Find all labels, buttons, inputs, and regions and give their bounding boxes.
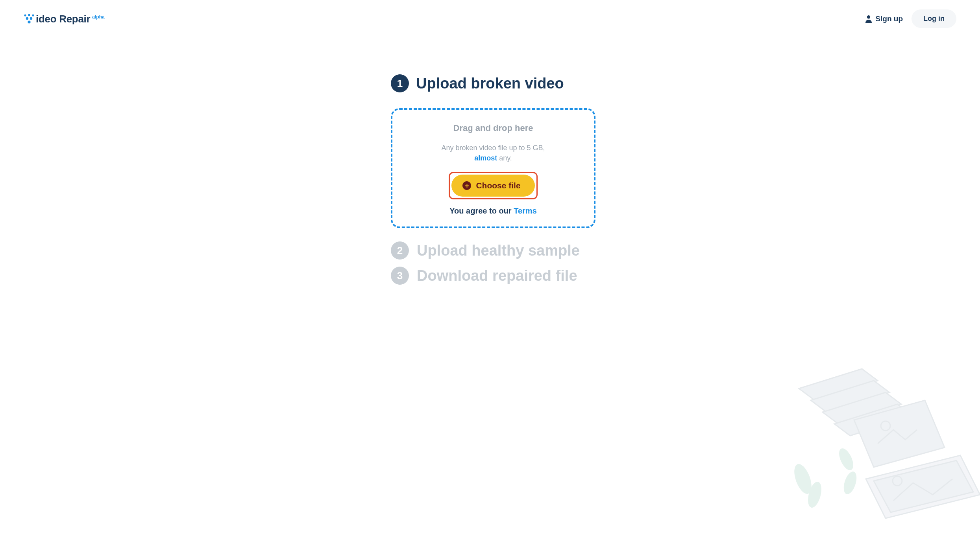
svg-point-18 bbox=[791, 462, 815, 496]
dropzone-sub-suffix: any. bbox=[497, 154, 512, 162]
choose-file-label: Choose file bbox=[476, 181, 520, 190]
svg-point-2 bbox=[32, 14, 34, 16]
svg-rect-8 bbox=[465, 185, 469, 186]
header: ideo Repair alpha Sign up Log in bbox=[0, 0, 980, 28]
login-button[interactable]: Log in bbox=[912, 9, 956, 28]
svg-point-19 bbox=[806, 480, 824, 509]
svg-point-1 bbox=[28, 14, 30, 16]
step3-badge: 3 bbox=[391, 267, 409, 285]
svg-point-0 bbox=[24, 14, 26, 16]
choose-file-button[interactable]: Choose file bbox=[451, 175, 534, 197]
svg-marker-13 bbox=[854, 400, 945, 467]
svg-marker-11 bbox=[823, 392, 901, 424]
agree-line: You agree to our Terms bbox=[403, 206, 583, 215]
svg-marker-12 bbox=[834, 404, 913, 436]
svg-marker-9 bbox=[799, 369, 878, 400]
logo-text: ideo Repair bbox=[36, 13, 90, 25]
svg-marker-16 bbox=[874, 460, 973, 512]
svg-point-21 bbox=[841, 470, 859, 496]
plus-icon bbox=[462, 181, 471, 190]
decorative-illustration bbox=[775, 361, 980, 534]
upload-dropzone[interactable]: Drag and drop here Any broken video file… bbox=[391, 108, 595, 228]
step1-title: Upload broken video bbox=[416, 75, 564, 92]
step1-heading: 1 Upload broken video bbox=[391, 74, 595, 92]
step3-heading: 3 Download repaired file bbox=[391, 267, 595, 285]
step3-title: Download repaired file bbox=[417, 267, 577, 284]
svg-marker-10 bbox=[811, 381, 889, 412]
step2-heading: 2 Upload healthy sample bbox=[391, 241, 595, 260]
step2-badge: 2 bbox=[391, 241, 409, 260]
dropzone-subtitle: Any broken video file up to 5 GB, almost… bbox=[403, 143, 583, 163]
logo-alpha-badge: alpha bbox=[92, 14, 104, 20]
logo[interactable]: ideo Repair alpha bbox=[24, 12, 105, 25]
header-actions: Sign up Log in bbox=[865, 9, 956, 28]
agree-prefix: You agree to our bbox=[449, 206, 514, 215]
svg-point-17 bbox=[893, 476, 902, 486]
svg-point-3 bbox=[26, 17, 28, 20]
svg-marker-15 bbox=[866, 455, 980, 518]
dropzone-sub-prefix: Any broken video file up to 5 GB, bbox=[441, 144, 545, 152]
svg-point-20 bbox=[836, 446, 856, 472]
choose-file-highlight: Choose file bbox=[449, 172, 537, 199]
step1-badge: 1 bbox=[391, 74, 409, 92]
signup-label: Sign up bbox=[875, 15, 903, 23]
svg-point-6 bbox=[867, 15, 870, 18]
dropzone-title: Drag and drop here bbox=[403, 123, 583, 133]
terms-link[interactable]: Terms bbox=[514, 206, 537, 215]
svg-point-14 bbox=[881, 421, 890, 431]
logo-dots-icon bbox=[24, 14, 35, 24]
step2-title: Upload healthy sample bbox=[417, 242, 580, 259]
signup-link[interactable]: Sign up bbox=[865, 15, 903, 23]
svg-point-5 bbox=[28, 20, 30, 23]
user-icon bbox=[865, 15, 872, 23]
dropzone-almost-link[interactable]: almost bbox=[474, 154, 497, 162]
svg-point-4 bbox=[30, 17, 32, 20]
main-content: 1 Upload broken video Drag and drop here… bbox=[391, 74, 595, 285]
